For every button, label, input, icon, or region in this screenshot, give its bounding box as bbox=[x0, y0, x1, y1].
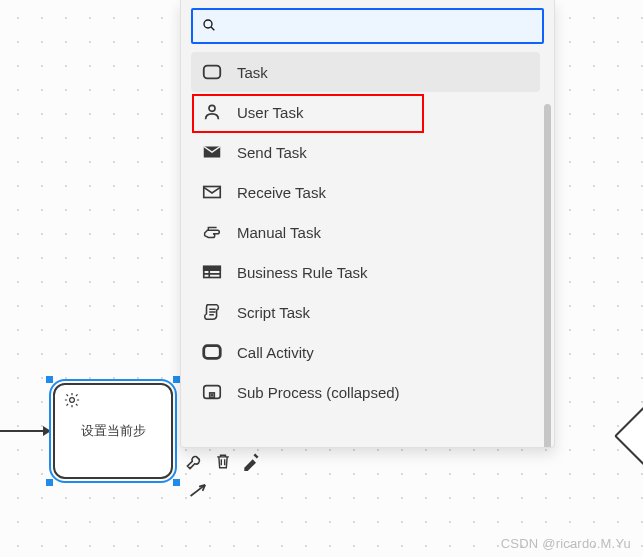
sequence-flow[interactable] bbox=[0, 430, 50, 432]
palette-item-sub-process[interactable]: Sub Process (collapsed) bbox=[191, 372, 540, 412]
palette-item-label: Task bbox=[237, 64, 268, 81]
palette-item-label: Business Rule Task bbox=[237, 264, 368, 281]
trash-icon[interactable] bbox=[213, 451, 233, 471]
svg-point-3 bbox=[209, 105, 215, 111]
sub-process-icon bbox=[201, 381, 223, 403]
palette-item-manual-task[interactable]: Manual Task bbox=[191, 212, 540, 252]
replace-element-popup: Task User Task Send Task Receive Task bbox=[180, 0, 555, 448]
svg-rect-2 bbox=[204, 66, 221, 79]
resize-handle[interactable] bbox=[173, 479, 180, 486]
user-icon bbox=[201, 101, 223, 123]
svg-point-1 bbox=[204, 20, 212, 28]
palette-item-receive-task[interactable]: Receive Task bbox=[191, 172, 540, 212]
search-input[interactable] bbox=[223, 18, 534, 34]
svg-rect-7 bbox=[204, 267, 221, 271]
watermark-text: CSDN @ricardo.M.Yu bbox=[501, 536, 631, 551]
palette-item-call-activity[interactable]: Call Activity bbox=[191, 332, 540, 372]
hand-icon bbox=[201, 221, 223, 243]
palette-item-send-task[interactable]: Send Task bbox=[191, 132, 540, 172]
resize-handle[interactable] bbox=[173, 376, 180, 383]
scrollbar[interactable] bbox=[544, 104, 551, 447]
context-pad bbox=[185, 451, 261, 471]
search-icon bbox=[201, 17, 217, 36]
send-icon bbox=[201, 141, 223, 163]
table-icon bbox=[201, 261, 223, 283]
resize-handle[interactable] bbox=[46, 376, 53, 383]
palette-item-label: Call Activity bbox=[237, 344, 314, 361]
task-icon bbox=[201, 61, 223, 83]
receive-icon bbox=[201, 181, 223, 203]
palette-item-script-task[interactable]: Script Task bbox=[191, 292, 540, 332]
resize-handle[interactable] bbox=[46, 479, 53, 486]
search-field[interactable] bbox=[191, 8, 544, 44]
palette-item-label: Script Task bbox=[237, 304, 310, 321]
palette-list: Task User Task Send Task Receive Task bbox=[191, 52, 540, 412]
palette-item-label: User Task bbox=[237, 104, 303, 121]
script-icon bbox=[201, 301, 223, 323]
palette-item-label: Send Task bbox=[237, 144, 307, 161]
palette-item-task[interactable]: Task bbox=[191, 52, 540, 92]
task-node-label: 设置当前步 bbox=[55, 385, 171, 477]
call-activity-icon bbox=[201, 341, 223, 363]
palette-item-label: Sub Process (collapsed) bbox=[237, 384, 400, 401]
connect-arrow-icon[interactable] bbox=[188, 480, 212, 503]
palette-item-label: Receive Task bbox=[237, 184, 326, 201]
palette-item-label: Manual Task bbox=[237, 224, 321, 241]
service-task-node[interactable]: 设置当前步 bbox=[53, 383, 173, 479]
svg-rect-8 bbox=[204, 346, 221, 359]
color-icon[interactable] bbox=[241, 451, 261, 471]
wrench-icon[interactable] bbox=[185, 451, 205, 471]
palette-item-user-task[interactable]: User Task bbox=[191, 92, 540, 132]
palette-item-business-rule-task[interactable]: Business Rule Task bbox=[191, 252, 540, 292]
